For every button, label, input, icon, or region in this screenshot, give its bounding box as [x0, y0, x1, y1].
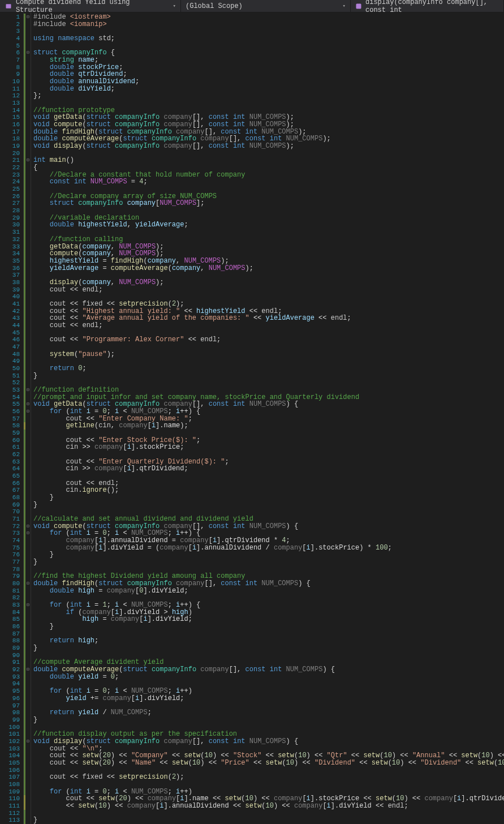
code-line[interactable] [33, 810, 504, 817]
line-number: 8 [0, 64, 20, 71]
code-line[interactable]: company[i].annualDividend = company[i].q… [33, 537, 504, 544]
fold-toggle [25, 308, 31, 315]
code-line[interactable]: getline(cin, company[i].name); [33, 422, 504, 430]
code-line[interactable] [33, 358, 504, 365]
code-line[interactable]: cout << fixed << setprecision(2); [33, 774, 504, 781]
code-line[interactable]: int main() [33, 157, 504, 164]
code-line[interactable]: } [33, 623, 504, 630]
line-number: 6 [0, 49, 20, 57]
fold-toggle[interactable]: ⊟ [25, 49, 31, 57]
code-editor[interactable]: 1234567891011121314151617181920212223242… [0, 12, 504, 824]
code-content[interactable]: #include <iostream>#include <iomanip>usi… [31, 12, 504, 824]
fold-toggle[interactable]: ⊟ [25, 157, 31, 164]
line-number: 46 [0, 336, 20, 344]
code-line[interactable]: struct companyInfo company[NUM_COMPS]; [33, 200, 504, 207]
code-line[interactable]: return high; [33, 637, 504, 645]
line-number: 86 [0, 623, 20, 630]
code-line[interactable]: cin >> company[i].stockPrice; [33, 444, 504, 451]
line-number: 26 [0, 193, 20, 200]
code-line[interactable]: compute(company, NUM_COMPS); [33, 250, 504, 258]
code-line[interactable]: } [33, 645, 504, 652]
fold-toggle[interactable]: ⊟ [25, 580, 31, 587]
fold-toggle [25, 265, 31, 272]
code-line[interactable]: yieldAverage = computeAverage(company, N… [33, 265, 504, 272]
code-line[interactable]: double highestYield, yieldAverage; [33, 221, 504, 229]
fold-toggle [25, 121, 31, 128]
code-line[interactable] [33, 150, 504, 157]
code-line[interactable]: high = company[i].divYield; [33, 616, 504, 623]
code-line[interactable]: #include <iomanip> [33, 21, 504, 28]
line-number: 20 [0, 150, 20, 157]
fold-toggle[interactable]: ⊟ [25, 530, 31, 537]
code-line[interactable]: using namespace std; [33, 35, 504, 42]
code-line[interactable]: cin.ignore(); [33, 487, 504, 494]
fold-toggle [25, 451, 31, 458]
code-line[interactable]: struct companyInfo { [33, 49, 504, 57]
fold-toggle[interactable]: ⊟ [25, 408, 31, 415]
line-number: 3 [0, 28, 20, 35]
code-line[interactable]: } [33, 559, 504, 566]
line-number: 80 [0, 580, 20, 587]
code-line[interactable]: double computeAverage(struct companyInfo… [33, 666, 504, 673]
fold-toggle [25, 645, 31, 652]
fold-toggle[interactable]: ⊟ [25, 666, 31, 673]
code-line[interactable]: double findHigh(struct companyInfo compa… [33, 580, 504, 587]
function-scope-dropdown[interactable]: display(companyInfo company[], const int [351, 0, 504, 12]
fold-toggle[interactable]: ⊟ [25, 738, 31, 745]
svg-rect-1 [356, 3, 361, 8]
code-line[interactable]: yield += company[i].divYield; [33, 695, 504, 702]
code-line[interactable]: cout << "Programmer: Alex Corner" << end… [33, 336, 504, 344]
fold-toggle [25, 702, 31, 710]
code-line[interactable]: } [33, 817, 504, 824]
fold-toggle [25, 92, 31, 100]
fold-toggle[interactable]: ⊟ [25, 602, 31, 609]
fold-toggle [25, 544, 31, 552]
code-line[interactable]: } [33, 372, 504, 380]
code-line[interactable]: cout << "Average annual yield of the com… [33, 315, 504, 322]
fold-toggle [25, 688, 31, 695]
code-line[interactable]: return 0; [33, 365, 504, 372]
code-line[interactable]: << setw(10) << company[i].annualDividend… [33, 802, 504, 810]
fold-toggle [25, 85, 31, 93]
line-number: 52 [0, 379, 20, 387]
fold-toggle [25, 802, 31, 810]
fold-toggle [25, 221, 31, 229]
code-line[interactable] [33, 630, 504, 638]
code-line[interactable]: cout << endl; [33, 322, 504, 329]
code-line[interactable]: const int NUM_COMPS = 4; [33, 178, 504, 186]
fold-toggle [25, 164, 31, 171]
code-line[interactable]: return yield / NUM_COMPS; [33, 709, 504, 716]
code-line[interactable]: cout << endl; [33, 286, 504, 294]
code-line[interactable] [33, 293, 504, 301]
code-line[interactable]: double high = company[0].divYield; [33, 587, 504, 595]
project-scope-dropdown[interactable]: Compute dividend Yeild using Structure ▾ [0, 0, 181, 12]
code-line[interactable]: system("pause"); [33, 351, 504, 358]
code-line[interactable]: } [33, 551, 504, 559]
code-line[interactable]: company[i].divYield = (company[i].annual… [33, 544, 504, 552]
code-line[interactable]: } [33, 501, 504, 509]
line-number: 43 [0, 315, 20, 322]
code-line[interactable]: double divYield; [33, 85, 504, 93]
fold-toggle [25, 358, 31, 365]
code-line[interactable]: double yield = 0; [33, 673, 504, 681]
fold-toggle[interactable]: ⊟ [25, 387, 31, 394]
code-line[interactable]: cout << setw(20) << "Name" << setw(10) <… [33, 759, 504, 767]
code-line[interactable]: void display(struct companyInfo company[… [33, 143, 504, 150]
dropdown-arrow-icon: ▾ [173, 3, 176, 9]
global-scope-dropdown[interactable]: (Global Scope) ▾ [181, 0, 351, 12]
code-line[interactable]: void display(struct companyInfo company[… [33, 738, 504, 745]
code-line[interactable]: } [33, 716, 504, 724]
code-line[interactable]: cin >> company[i].qtrDividend; [33, 465, 504, 473]
line-number: 39 [0, 286, 20, 294]
code-line[interactable]: highestYield = findHigh(company, NUM_COM… [33, 258, 504, 265]
code-line[interactable]: display(company, NUM_COMPS); [33, 279, 504, 286]
line-number: 108 [0, 781, 20, 788]
code-line[interactable]: }; [33, 92, 504, 100]
code-line[interactable]: } [33, 494, 504, 501]
fold-toggle[interactable]: ⊟ [25, 523, 31, 530]
fold-toggle[interactable]: ⊟ [25, 14, 31, 21]
line-number-gutter: 1234567891011121314151617181920212223242… [0, 12, 24, 824]
line-number: 55 [0, 401, 20, 408]
line-number: 61 [0, 444, 20, 451]
fold-toggle[interactable]: ⊟ [25, 401, 31, 408]
